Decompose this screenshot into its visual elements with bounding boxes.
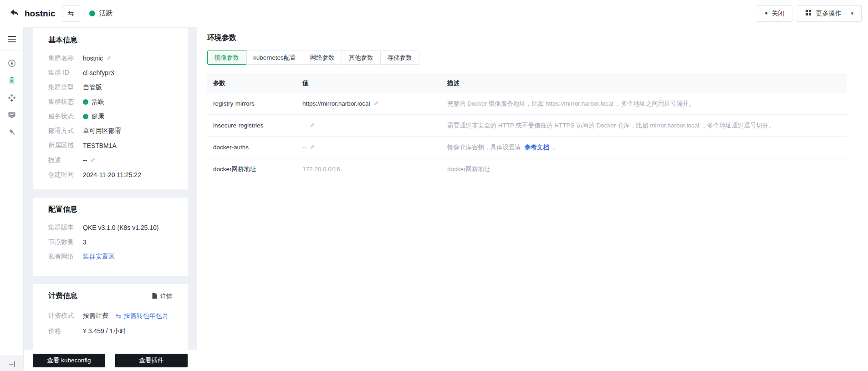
swap-icon: ⇆ bbox=[68, 9, 74, 18]
field-price: 价格 ¥ 3.459 / 1小时 bbox=[48, 324, 172, 339]
table-row: insecure-registries -- ✎ 需要通过非安全的 HTTP 或… bbox=[207, 115, 847, 137]
topbar-actions: ■ 关闭 更多操作 ▾ bbox=[757, 5, 862, 22]
field-label: 节点数量 bbox=[48, 238, 83, 246]
tab-image-params[interactable]: 镜像参数 bbox=[207, 51, 246, 65]
param-value: 172.20.0.0/16 bbox=[302, 166, 340, 173]
field-value: 2024-11-20 11:25:22 bbox=[83, 171, 141, 178]
param-name: registry-mirrors bbox=[207, 100, 296, 107]
tab-kubernetes-config[interactable]: kubernetes配置 bbox=[246, 51, 303, 65]
field-value: ¥ 3.459 / 1小时 bbox=[83, 327, 126, 335]
edit-icon[interactable]: ✎ bbox=[373, 100, 378, 107]
field-cluster-status: 集群状态 活跃 bbox=[48, 95, 172, 109]
field-private-network: 私有网络 集群安置区 bbox=[48, 249, 172, 264]
tab-network-params[interactable]: 网络参数 bbox=[303, 51, 342, 65]
close-button[interactable]: ■ 关闭 bbox=[757, 5, 792, 22]
sidebar-item-monitor[interactable] bbox=[4, 110, 20, 122]
param-name: docker网桥地址 bbox=[207, 165, 296, 173]
back-arrow-icon bbox=[9, 8, 19, 20]
topbar: hostnic ⇆ 活跃 ■ 关闭 更多操作 ▾ bbox=[0, 0, 868, 27]
field-value: 自管版 bbox=[83, 83, 102, 91]
menu-icon[interactable] bbox=[0, 27, 23, 51]
view-plugins-button[interactable]: 查看插件 bbox=[115, 354, 188, 367]
cluster-status: 活跃 bbox=[89, 9, 113, 18]
billing-detail-link[interactable]: 详情 bbox=[152, 292, 172, 300]
field-value: hostnic bbox=[83, 55, 103, 62]
collapse-sidebar-button[interactable]: →| bbox=[0, 356, 23, 371]
gauge-icon bbox=[7, 59, 16, 70]
field-service-status: 服务状态 健康 bbox=[48, 109, 172, 124]
back-button[interactable] bbox=[8, 8, 20, 20]
table-row: registry-mirrors https://mirror.harbor.l… bbox=[207, 93, 847, 115]
field-cluster-id: 集群 ID cl-sehfypr3 bbox=[48, 66, 172, 80]
field-label: 集群名称 bbox=[48, 54, 83, 62]
swap-icon: ⇆ bbox=[116, 312, 121, 320]
field-region: 所属区域 TESTBM1A bbox=[48, 138, 172, 153]
field-value: TESTBM1A bbox=[83, 142, 117, 149]
edit-icon[interactable]: ✎ bbox=[310, 122, 315, 129]
tab-other-params[interactable]: 其他参数 bbox=[342, 51, 381, 65]
field-label: 服务状态 bbox=[48, 112, 83, 121]
private-network-link[interactable]: 集群安置区 bbox=[83, 253, 115, 261]
convert-billing-label: 按需转包年包月 bbox=[124, 312, 168, 320]
field-value: 3 bbox=[83, 239, 87, 246]
field-label: 集群状态 bbox=[48, 98, 83, 106]
sidebar-item-ops-tools[interactable] bbox=[4, 127, 20, 139]
field-label: 集群版本 bbox=[48, 224, 83, 232]
field-description: 描述 --✎ bbox=[48, 153, 172, 168]
view-kubeconfig-button[interactable]: 查看 kubeconfig bbox=[33, 354, 105, 367]
param-desc: 需要通过非安全的 HTTP 或不受信任的 HTTPS 访问的 Docker 仓库… bbox=[441, 122, 847, 130]
field-value: 单可用区部署 bbox=[83, 127, 121, 135]
field-label: 所属区域 bbox=[48, 142, 83, 150]
diamonds-icon bbox=[7, 93, 16, 104]
field-value: -- bbox=[83, 157, 87, 164]
monitor-icon bbox=[7, 111, 16, 122]
param-value: -- bbox=[302, 144, 306, 151]
field-value: QKE v3.1.0 (K8s v1.25.10) bbox=[83, 224, 159, 231]
column-header-param: 参数 bbox=[207, 79, 296, 87]
edit-icon[interactable]: ✎ bbox=[90, 157, 95, 164]
edit-icon[interactable]: ✎ bbox=[310, 144, 315, 151]
field-label: 描述 bbox=[48, 156, 83, 164]
billing-info-card: 计费信息 详情 计费模式 按需计费 ⇆ 按需转包年包月 bbox=[33, 284, 188, 351]
convert-billing-link[interactable]: ⇆ 按需转包年包月 bbox=[116, 312, 168, 320]
sidebar-item-overview[interactable] bbox=[4, 58, 20, 70]
document-icon bbox=[152, 292, 158, 300]
status-dot bbox=[89, 10, 95, 16]
table-row: docker网桥地址 172.20.0.0/16 docker网桥地址 bbox=[207, 158, 847, 180]
sidebar-item-nodes[interactable] bbox=[4, 93, 20, 105]
param-desc: docker网桥地址 bbox=[441, 165, 847, 173]
more-actions-button[interactable]: 更多操作 ▾ bbox=[797, 5, 862, 22]
param-name: docker-auths bbox=[207, 144, 296, 151]
basic-info-card: 基本信息 集群名称 hostnic✎ 集群 ID cl-sehfypr3 集群类… bbox=[33, 28, 188, 189]
icon-sidebar: →| bbox=[0, 27, 24, 371]
config-info-card: 配置信息 集群版本 QKE v3.1.0 (K8s v1.25.10) 节点数量… bbox=[33, 198, 188, 276]
field-deploy-mode: 部署方式 单可用区部署 bbox=[48, 124, 172, 138]
field-label: 私有网络 bbox=[48, 253, 83, 261]
field-cluster-version: 集群版本 QKE v3.1.0 (K8s v1.25.10) bbox=[48, 220, 172, 235]
field-value: 健康 bbox=[92, 112, 104, 121]
status-label: 活跃 bbox=[99, 9, 113, 18]
field-label: 集群类型 bbox=[48, 83, 83, 91]
tab-storage-params[interactable]: 存储参数 bbox=[380, 51, 419, 65]
edit-icon[interactable]: ✎ bbox=[106, 55, 111, 62]
switch-cluster-button[interactable]: ⇆ bbox=[62, 5, 80, 22]
field-label: 创建时间 bbox=[48, 171, 83, 179]
chevron-down-icon: ▾ bbox=[851, 10, 853, 16]
section-title: 环境参数 bbox=[207, 33, 847, 43]
field-label: 计费模式 bbox=[48, 312, 83, 320]
param-value: -- bbox=[302, 122, 306, 129]
param-tabs: 镜像参数 kubernetes配置 网络参数 其他参数 存储参数 bbox=[207, 51, 847, 65]
param-desc: 镜像仓库密钥，具体设置请 参考文档 。 bbox=[441, 143, 847, 152]
field-cluster-name: 集群名称 hostnic✎ bbox=[48, 51, 172, 66]
desc-text: 镜像仓库密钥，具体设置请 bbox=[447, 144, 521, 151]
reference-doc-link[interactable]: 参考文档 bbox=[525, 144, 549, 151]
status-dot bbox=[83, 99, 88, 105]
billing-detail-label: 详情 bbox=[160, 292, 172, 300]
close-button-label: 关闭 bbox=[771, 10, 784, 18]
param-value: https://mirror.harbor.local bbox=[302, 100, 370, 107]
card-title: 计费信息 bbox=[48, 291, 77, 301]
sidebar-item-cluster-detail[interactable] bbox=[4, 76, 20, 87]
stop-square-icon: ■ bbox=[765, 11, 767, 15]
column-header-desc: 描述 bbox=[441, 79, 847, 87]
field-label: 价格 bbox=[48, 327, 83, 335]
